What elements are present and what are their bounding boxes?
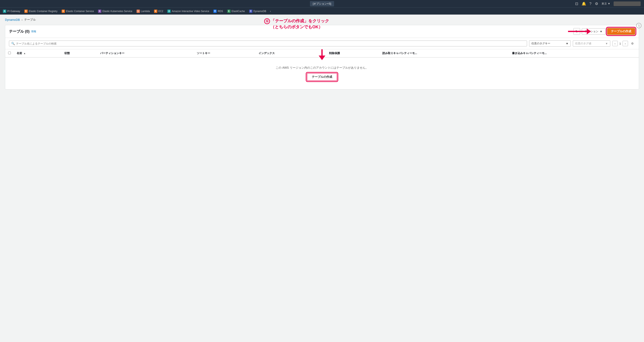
next-page-button[interactable]: › bbox=[622, 41, 628, 46]
filter-row: 🔍 任意のタグキー ▼ 任意のタグ値 ▼ ‹ 1 › ⚙ bbox=[5, 38, 639, 49]
annotation-line2: （とちらのボタンでもOK） bbox=[264, 24, 329, 29]
empty-state: この AWS リージョン内のこのアカウントにはテーブルがありません。 テーブルの… bbox=[5, 58, 639, 89]
select-all-column bbox=[5, 49, 14, 57]
sidebar-item-rds[interactable]: R RDS bbox=[212, 9, 224, 13]
select-all-checkbox[interactable] bbox=[8, 52, 11, 54]
sort-asc-icon: ▲ bbox=[24, 52, 26, 54]
sidebar-item-lambda[interactable]: λ Lambda bbox=[135, 9, 152, 13]
card-header: テーブル (0) 情報 ①「テーブルの作成」をクリック （とちらのボタンでもOK… bbox=[5, 25, 639, 38]
bookmark-more-chevron[interactable]: › bbox=[269, 9, 272, 13]
col-header-status[interactable]: 状態 bbox=[62, 49, 98, 57]
table-header-row: 名前 ▲ 状態 パーティションキー ソートキー イン bbox=[5, 49, 639, 57]
bm-label-api-gateway: PI Gateway bbox=[7, 10, 20, 13]
top-bar: [オプション+S] ⊡ 🔔 ? ⚙ 東京 ▼ bbox=[0, 0, 644, 7]
sidebar-item-eks[interactable]: E Elastic Kubernetes Service bbox=[96, 9, 134, 13]
ec2-icon: E bbox=[154, 9, 157, 13]
empty-state-row: この AWS リージョン内のこのアカウントにはテーブルがありません。 テーブルの… bbox=[5, 57, 639, 89]
bell-icon-btn[interactable]: 🔔 bbox=[582, 1, 586, 6]
shortcut-indicator: [オプション+S] bbox=[310, 1, 334, 6]
api-gateway-icon: A bbox=[3, 9, 6, 13]
empty-state-message: この AWS リージョン内のこのアカウントにはテーブルがありません。 bbox=[9, 66, 635, 70]
table-wrap: 名前 ▲ 状態 パーティションキー ソートキー イン bbox=[5, 49, 639, 89]
col-header-read-capacity[interactable]: 読み取りキャパシティーモ... bbox=[380, 49, 509, 57]
account-box bbox=[614, 1, 641, 6]
bm-label-elasticache: ElastiCache bbox=[232, 10, 245, 13]
search-input[interactable] bbox=[16, 42, 525, 45]
pagination-settings-icon[interactable]: ⚙ bbox=[630, 41, 635, 46]
gear-icon-btn[interactable]: ⚙ bbox=[595, 1, 598, 6]
sidebar-item-ec2[interactable]: E EC2 bbox=[152, 9, 165, 13]
sidebar-item-ecs[interactable]: E Elastic Container Service bbox=[60, 9, 96, 13]
bm-label-dynamodb: DynamoDB bbox=[254, 10, 266, 13]
tables-table: 名前 ▲ 状態 パーティションキー ソートキー イン bbox=[5, 49, 639, 89]
aivs-icon: A bbox=[167, 9, 171, 13]
region-selector[interactable]: 東京 ▼ bbox=[602, 2, 610, 5]
chevron-down-icon: ▼ bbox=[566, 42, 568, 45]
col-header-indexes[interactable]: インデックス bbox=[256, 49, 326, 57]
actions-button[interactable]: アクション ▼ bbox=[582, 28, 606, 34]
info-link[interactable]: 情報 bbox=[31, 30, 36, 33]
card-title: テーブル (0) bbox=[9, 29, 30, 34]
prev-page-button[interactable]: ‹ bbox=[612, 41, 618, 46]
empty-state-cell: この AWS リージョン内のこのアカウントにはテーブルがありません。 テーブルの… bbox=[5, 57, 639, 89]
col-header-sort-key[interactable]: ソートキー bbox=[194, 49, 256, 57]
sidebar-item-dynamodb[interactable]: D DynamoDB bbox=[248, 9, 268, 13]
bm-label-ecs: Elastic Container Service bbox=[66, 10, 94, 13]
sidebar-item-api-gateway[interactable]: A PI Gateway bbox=[1, 9, 22, 13]
bm-label-ec2: EC2 bbox=[158, 10, 163, 13]
tables-card: テーブル (0) 情報 ①「テーブルの作成」をクリック （とちらのボタンでもOK… bbox=[5, 25, 639, 89]
page-number: 1 bbox=[620, 42, 621, 45]
breadcrumb-current: テーブル bbox=[24, 18, 36, 22]
col-header-name[interactable]: 名前 ▲ bbox=[14, 49, 62, 57]
sidebar-item-ecr[interactable]: E Elastic Container Registry bbox=[23, 9, 59, 13]
refresh-button[interactable]: ↻ bbox=[574, 28, 580, 35]
sidebar-item-elasticache[interactable]: E ElastiCache bbox=[226, 9, 247, 13]
terminal-icon-btn[interactable]: ⊡ bbox=[575, 1, 578, 6]
dynamodb-icon: D bbox=[249, 9, 252, 13]
tag-key-select[interactable]: 任意のタグキー ▼ bbox=[529, 40, 571, 47]
create-table-button-empty[interactable]: テーブルの作成 bbox=[307, 73, 337, 81]
col-header-delete-protection[interactable]: 削除保護 bbox=[326, 49, 380, 57]
bookmark-bar: A PI Gateway E Elastic Container Registr… bbox=[0, 7, 644, 14]
ecr-icon: E bbox=[24, 9, 28, 13]
lambda-icon: λ bbox=[136, 9, 140, 13]
bm-label-ecr: Elastic Container Registry bbox=[29, 10, 58, 13]
bm-label-eks: Elastic Kubernetes Service bbox=[102, 10, 132, 13]
col-header-write-capacity[interactable]: 書き込みキャパシティーモ... bbox=[509, 49, 639, 57]
pagination: ‹ 1 › ⚙ bbox=[612, 41, 635, 46]
rds-icon: R bbox=[213, 9, 217, 13]
breadcrumb: DynamoDB › テーブル bbox=[5, 18, 639, 22]
bm-label-rds: RDS bbox=[218, 10, 223, 13]
bm-label-aivs: Amazon Interactive Video Service bbox=[172, 10, 209, 13]
chevron-down-icon-2: ▼ bbox=[605, 42, 608, 45]
eks-icon: E bbox=[98, 9, 101, 13]
top-bar-right: ⊡ 🔔 ? ⚙ 東京 ▼ bbox=[575, 1, 644, 6]
page-content: DynamoDB › テーブル テーブル (0) 情報 ①「テーブルの作成」をク… bbox=[0, 14, 644, 93]
ecs-icon: E bbox=[62, 9, 65, 13]
breadcrumb-parent-link[interactable]: DynamoDB bbox=[5, 18, 20, 21]
create-table-button-top[interactable]: テーブルの作成 bbox=[607, 28, 635, 35]
sidebar-item-aivs[interactable]: A Amazon Interactive Video Service bbox=[166, 9, 211, 13]
col-header-partition-key[interactable]: パーティションキー bbox=[97, 49, 194, 57]
tag-value-select[interactable]: 任意のタグ値 ▼ bbox=[573, 40, 610, 47]
breadcrumb-separator: › bbox=[22, 18, 23, 21]
search-box[interactable]: 🔍 bbox=[9, 40, 527, 46]
bm-label-lambda: Lambda bbox=[141, 10, 150, 13]
card-actions: ↻ アクション ▼ テーブルの作成 bbox=[574, 28, 635, 35]
search-icon: 🔍 bbox=[11, 42, 15, 45]
elasticache-icon: E bbox=[227, 9, 230, 13]
help-icon-btn[interactable]: ? bbox=[590, 2, 592, 6]
